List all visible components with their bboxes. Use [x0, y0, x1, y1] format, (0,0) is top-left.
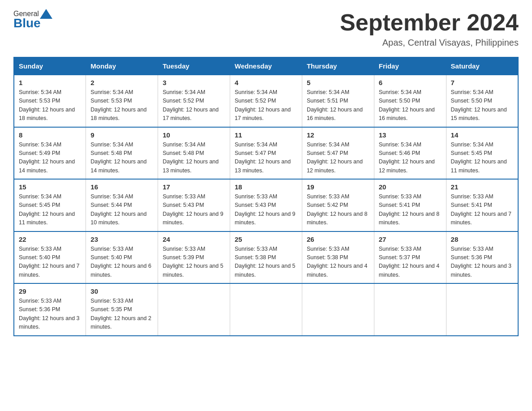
title-section: September 2024 Apas, Central Visayas, Ph… — [340, 9, 519, 48]
day-info: Sunrise: 5:34 AMSunset: 5:44 PMDaylight:… — [90, 193, 146, 226]
day-number: 27 — [379, 235, 442, 243]
table-row — [446, 283, 518, 336]
day-number: 4 — [235, 79, 297, 86]
day-info: Sunrise: 5:33 AMSunset: 5:37 PMDaylight:… — [379, 246, 440, 278]
table-row: 16 Sunrise: 5:34 AMSunset: 5:44 PMDaylig… — [86, 179, 158, 231]
table-row — [158, 283, 230, 336]
table-row: 23 Sunrise: 5:33 AMSunset: 5:40 PMDaylig… — [86, 231, 158, 284]
page-header: General Blue September 2024 Apas, Centra… — [13, 9, 519, 48]
day-info: Sunrise: 5:33 AMSunset: 5:35 PMDaylight:… — [90, 298, 151, 330]
day-info: Sunrise: 5:33 AMSunset: 5:36 PMDaylight:… — [451, 246, 512, 278]
day-info: Sunrise: 5:34 AMSunset: 5:52 PMDaylight:… — [163, 89, 219, 121]
table-row — [374, 283, 446, 336]
day-info: Sunrise: 5:33 AMSunset: 5:36 PMDaylight:… — [19, 298, 80, 330]
day-number: 18 — [235, 183, 297, 191]
day-info: Sunrise: 5:33 AMSunset: 5:38 PMDaylight:… — [307, 246, 368, 278]
day-number: 17 — [163, 183, 225, 191]
calendar-week-row: 1 Sunrise: 5:34 AMSunset: 5:53 PMDayligh… — [14, 75, 518, 127]
table-row: 21 Sunrise: 5:33 AMSunset: 5:41 PMDaylig… — [446, 179, 518, 231]
col-monday: Monday — [86, 57, 158, 75]
calendar-header-row: Sunday Monday Tuesday Wednesday Thursday… — [14, 57, 518, 75]
table-row: 6 Sunrise: 5:34 AMSunset: 5:50 PMDayligh… — [374, 75, 446, 127]
day-info: Sunrise: 5:33 AMSunset: 5:43 PMDaylight:… — [163, 193, 223, 226]
calendar-week-row: 22 Sunrise: 5:33 AMSunset: 5:40 PMDaylig… — [14, 231, 518, 284]
day-number: 10 — [163, 131, 225, 139]
table-row — [230, 283, 302, 336]
table-row: 12 Sunrise: 5:34 AMSunset: 5:47 PMDaylig… — [302, 127, 374, 180]
table-row: 13 Sunrise: 5:34 AMSunset: 5:46 PMDaylig… — [374, 127, 446, 180]
table-row: 25 Sunrise: 5:33 AMSunset: 5:38 PMDaylig… — [230, 231, 302, 284]
day-number: 11 — [235, 131, 297, 139]
location-text: Apas, Central Visayas, Philippines — [340, 38, 519, 48]
table-row: 5 Sunrise: 5:34 AMSunset: 5:51 PMDayligh… — [302, 75, 374, 127]
day-info: Sunrise: 5:34 AMSunset: 5:52 PMDaylight:… — [235, 89, 291, 121]
day-info: Sunrise: 5:34 AMSunset: 5:47 PMDaylight:… — [307, 141, 363, 174]
calendar-week-row: 15 Sunrise: 5:34 AMSunset: 5:45 PMDaylig… — [14, 179, 518, 231]
day-info: Sunrise: 5:34 AMSunset: 5:46 PMDaylight:… — [379, 141, 435, 174]
table-row: 30 Sunrise: 5:33 AMSunset: 5:35 PMDaylig… — [86, 283, 158, 336]
day-info: Sunrise: 5:33 AMSunset: 5:39 PMDaylight:… — [163, 246, 223, 278]
day-info: Sunrise: 5:34 AMSunset: 5:45 PMDaylight:… — [19, 193, 75, 226]
day-info: Sunrise: 5:33 AMSunset: 5:41 PMDaylight:… — [451, 193, 512, 226]
day-info: Sunrise: 5:34 AMSunset: 5:47 PMDaylight:… — [235, 141, 291, 174]
table-row — [302, 283, 374, 336]
logo-triangle-icon — [40, 9, 52, 19]
day-number: 8 — [19, 131, 81, 139]
day-number: 3 — [163, 79, 225, 86]
day-info: Sunrise: 5:33 AMSunset: 5:42 PMDaylight:… — [307, 193, 368, 226]
day-number: 24 — [163, 235, 225, 243]
day-number: 21 — [451, 183, 513, 191]
day-info: Sunrise: 5:34 AMSunset: 5:48 PMDaylight:… — [163, 141, 219, 174]
day-info: Sunrise: 5:34 AMSunset: 5:51 PMDaylight:… — [307, 89, 363, 121]
day-info: Sunrise: 5:34 AMSunset: 5:50 PMDaylight:… — [451, 89, 507, 121]
day-number: 30 — [90, 287, 153, 295]
day-number: 29 — [19, 287, 81, 295]
col-wednesday: Wednesday — [230, 57, 302, 75]
calendar-week-row: 29 Sunrise: 5:33 AMSunset: 5:36 PMDaylig… — [14, 283, 518, 336]
table-row: 2 Sunrise: 5:34 AMSunset: 5:53 PMDayligh… — [86, 75, 158, 127]
day-number: 19 — [307, 183, 369, 191]
day-number: 6 — [379, 79, 442, 86]
day-number: 26 — [307, 235, 369, 243]
day-info: Sunrise: 5:34 AMSunset: 5:53 PMDaylight:… — [90, 89, 146, 121]
day-number: 23 — [90, 235, 153, 243]
day-number: 2 — [90, 79, 153, 86]
col-saturday: Saturday — [446, 57, 518, 75]
day-info: Sunrise: 5:33 AMSunset: 5:41 PMDaylight:… — [379, 193, 440, 226]
table-row: 28 Sunrise: 5:33 AMSunset: 5:36 PMDaylig… — [446, 231, 518, 284]
logo: General Blue — [13, 9, 53, 30]
table-row: 3 Sunrise: 5:34 AMSunset: 5:52 PMDayligh… — [158, 75, 230, 127]
day-info: Sunrise: 5:34 AMSunset: 5:50 PMDaylight:… — [379, 89, 435, 121]
table-row: 15 Sunrise: 5:34 AMSunset: 5:45 PMDaylig… — [14, 179, 86, 231]
day-number: 7 — [451, 79, 513, 86]
day-info: Sunrise: 5:34 AMSunset: 5:53 PMDaylight:… — [19, 89, 75, 121]
day-number: 20 — [379, 183, 442, 191]
col-thursday: Thursday — [302, 57, 374, 75]
table-row: 24 Sunrise: 5:33 AMSunset: 5:39 PMDaylig… — [158, 231, 230, 284]
day-number: 22 — [19, 235, 81, 243]
table-row: 8 Sunrise: 5:34 AMSunset: 5:49 PMDayligh… — [14, 127, 86, 180]
table-row: 14 Sunrise: 5:34 AMSunset: 5:45 PMDaylig… — [446, 127, 518, 180]
day-number: 5 — [307, 79, 369, 86]
col-sunday: Sunday — [14, 57, 86, 75]
day-number: 15 — [19, 183, 81, 191]
col-tuesday: Tuesday — [158, 57, 230, 75]
day-info: Sunrise: 5:33 AMSunset: 5:40 PMDaylight:… — [90, 246, 151, 278]
table-row: 26 Sunrise: 5:33 AMSunset: 5:38 PMDaylig… — [302, 231, 374, 284]
table-row: 18 Sunrise: 5:33 AMSunset: 5:43 PMDaylig… — [230, 179, 302, 231]
table-row: 7 Sunrise: 5:34 AMSunset: 5:50 PMDayligh… — [446, 75, 518, 127]
day-number: 16 — [90, 183, 153, 191]
month-title: September 2024 — [340, 9, 519, 36]
table-row: 9 Sunrise: 5:34 AMSunset: 5:48 PMDayligh… — [86, 127, 158, 180]
day-info: Sunrise: 5:34 AMSunset: 5:49 PMDaylight:… — [19, 141, 75, 174]
day-info: Sunrise: 5:33 AMSunset: 5:43 PMDaylight:… — [235, 193, 296, 226]
calendar-week-row: 8 Sunrise: 5:34 AMSunset: 5:49 PMDayligh… — [14, 127, 518, 180]
table-row: 29 Sunrise: 5:33 AMSunset: 5:36 PMDaylig… — [14, 283, 86, 336]
table-row: 4 Sunrise: 5:34 AMSunset: 5:52 PMDayligh… — [230, 75, 302, 127]
table-row: 19 Sunrise: 5:33 AMSunset: 5:42 PMDaylig… — [302, 179, 374, 231]
day-info: Sunrise: 5:33 AMSunset: 5:40 PMDaylight:… — [19, 246, 80, 278]
logo-blue-text: Blue — [13, 16, 41, 30]
day-info: Sunrise: 5:33 AMSunset: 5:38 PMDaylight:… — [235, 246, 296, 278]
day-info: Sunrise: 5:34 AMSunset: 5:48 PMDaylight:… — [90, 141, 146, 174]
day-number: 9 — [90, 131, 153, 139]
